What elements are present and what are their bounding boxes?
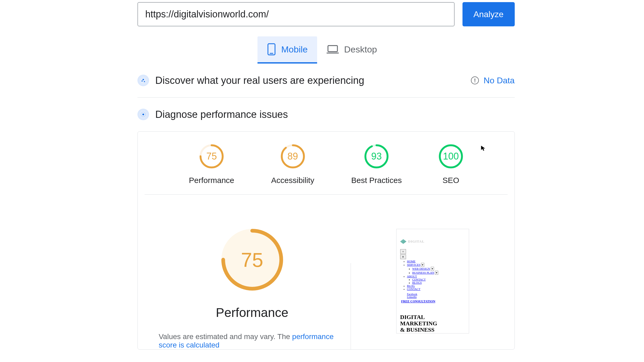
- gauge-label: Performance: [189, 176, 234, 185]
- big-gauge-value: 75: [241, 248, 263, 271]
- phone-icon: [267, 43, 276, 55]
- laptop-icon: [327, 45, 339, 54]
- diagnostics-card: 75 Performance 89 Accessibility 93 Best …: [137, 131, 515, 350]
- big-gauge-label: Performance: [216, 305, 288, 320]
- gauge-label: Best Practices: [351, 176, 402, 185]
- tab-mobile-label: Mobile: [281, 44, 308, 55]
- gauge-value: 75: [206, 151, 217, 162]
- gauge-performance[interactable]: 75 Performance: [189, 144, 234, 185]
- tab-desktop[interactable]: Desktop: [317, 36, 387, 64]
- url-input[interactable]: [137, 2, 455, 26]
- gauge-label: Accessibility: [271, 176, 314, 185]
- divider: [351, 263, 351, 350]
- discover-title: Discover what your real users are experi…: [155, 75, 465, 86]
- no-data-link[interactable]: No Data: [484, 76, 514, 85]
- tab-desktop-label: Desktop: [344, 44, 377, 55]
- users-icon: [137, 75, 149, 86]
- gauge-label: SEO: [442, 176, 459, 185]
- gauge-value: 100: [443, 151, 459, 162]
- info-icon[interactable]: !: [471, 76, 479, 84]
- diagnose-icon: [137, 109, 149, 120]
- tab-mobile[interactable]: Mobile: [257, 36, 317, 64]
- performance-big-gauge: 75: [221, 229, 283, 291]
- gauge-best-practices[interactable]: 93 Best Practices: [351, 144, 402, 185]
- svg-point-8: [142, 114, 144, 115]
- analyze-button[interactable]: Analyze: [462, 2, 515, 26]
- svg-point-4: [141, 80, 142, 81]
- diagnose-title: Diagnose performance issues: [155, 109, 515, 120]
- gauge-value: 93: [371, 151, 382, 162]
- svg-point-5: [142, 79, 144, 80]
- gauge-accessibility[interactable]: 89 Accessibility: [271, 144, 314, 185]
- gauge-seo[interactable]: 100 SEO: [439, 144, 463, 185]
- svg-rect-2: [328, 46, 337, 52]
- gauge-value: 89: [287, 151, 298, 162]
- svg-point-6: [144, 81, 145, 82]
- page-screenshot-preview: DIGITAL ≡ ✕ HOME SERVICES ▾ WEB DESIGN ▾…: [396, 229, 469, 334]
- performance-description: Values are estimated and may vary. The p…: [154, 332, 351, 349]
